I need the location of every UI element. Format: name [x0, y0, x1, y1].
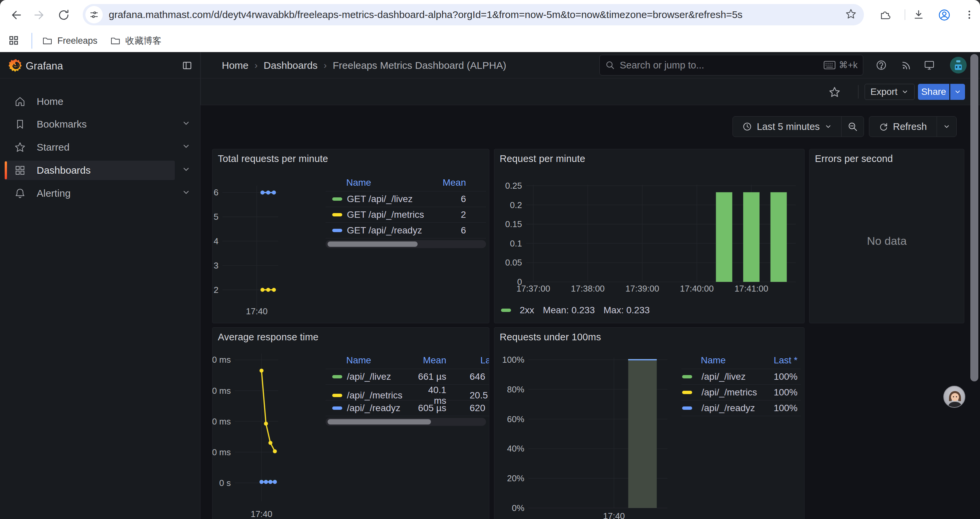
svg-text:100%: 100% [502, 355, 525, 365]
series-name[interactable]: /api/_/readyz [346, 403, 418, 414]
search-input[interactable]: Search or jump to... ⌘+k [600, 55, 863, 75]
legend-col-mean[interactable]: Mean [418, 355, 470, 366]
bookmarks-divider [31, 33, 32, 49]
site-settings-icon[interactable] [85, 6, 103, 23]
legend-horizontal-scrollbar[interactable] [326, 418, 486, 426]
share-menu-button[interactable] [950, 84, 965, 100]
series-name[interactable]: 2xx [520, 305, 535, 316]
sidebar-item-dashboards[interactable]: Dashboards [0, 161, 200, 180]
bookmark-star-icon[interactable] [845, 8, 857, 21]
svg-text:80 ms: 80 ms [212, 355, 231, 365]
url-text[interactable]: grafana.mathmast.com/d/deytv4rwavabkb/fr… [109, 9, 845, 21]
series-name[interactable]: /api/_/metrics [701, 387, 757, 398]
home-icon [14, 96, 26, 107]
forward-icon[interactable] [33, 9, 46, 21]
bookmark-folder-blogs[interactable]: 收藏博客 [110, 29, 161, 52]
svg-text:20%: 20% [507, 473, 524, 483]
line-chart[interactable]: 80 ms60 ms40 ms20 ms0 s17:40 [212, 348, 340, 519]
download-icon[interactable] [913, 9, 924, 21]
page-scrollbar[interactable] [969, 52, 980, 519]
panel-title[interactable]: Average response time [218, 332, 318, 343]
news-rss-icon[interactable] [897, 55, 916, 75]
series-name[interactable]: GET /api/_/livez [346, 194, 433, 204]
panel-title[interactable]: Total requests per minute [218, 153, 328, 164]
export-button[interactable]: Export [865, 84, 915, 100]
star-dashboard-icon[interactable] [829, 86, 841, 98]
chevron-down-icon[interactable] [182, 188, 191, 199]
svg-text:17:38:00: 17:38:00 [571, 284, 605, 294]
address-bar[interactable]: grafana.mathmast.com/d/deytv4rwavabkb/fr… [83, 4, 864, 26]
time-range-group: Last 5 minutes [732, 116, 864, 137]
panel-title[interactable]: Request per minute [500, 153, 585, 164]
back-icon[interactable] [10, 9, 22, 21]
series-name[interactable]: /api/_/livez [701, 371, 757, 382]
legend-horizontal-scrollbar[interactable] [326, 240, 486, 248]
legend-col-name[interactable]: Name [701, 355, 757, 366]
panel-average-response-time: Average response time 80 ms60 ms40 ms20 … [212, 327, 489, 519]
sidebar-item-home[interactable]: Home [0, 92, 200, 111]
legend-row: /api/_/metrics 100% [681, 385, 801, 401]
series-name[interactable]: GET /api/_/metrics [346, 209, 433, 220]
svg-text:17:40: 17:40 [250, 509, 272, 519]
sidebar-item-starred[interactable]: Starred [0, 137, 200, 157]
breadcrumb-chevron-icon: › [255, 60, 258, 71]
svg-text:40 ms: 40 ms [212, 417, 231, 426]
legend-col-mean[interactable]: Mean [433, 177, 486, 188]
grafana-brand[interactable]: Grafana [26, 60, 63, 72]
legend-table: Name Last * /api/_/livez 100% /api/_/met… [681, 352, 801, 416]
legend-col-last[interactable]: Last * [757, 355, 801, 366]
legend-row: /api/_/livez 661 µs 646 [326, 369, 489, 385]
reload-icon[interactable] [57, 9, 70, 21]
monitor-icon[interactable] [919, 55, 939, 75]
time-range-picker[interactable]: Last 5 minutes [733, 117, 841, 137]
series-name[interactable]: /api/_/readyz [701, 403, 757, 414]
legend-col-name[interactable]: Name [346, 355, 418, 366]
area-chart[interactable]: 100%80%60%40%20%0%17:40 [497, 348, 684, 519]
extensions-icon[interactable] [879, 9, 891, 21]
assistant-avatar[interactable] [943, 386, 965, 408]
user-avatar[interactable] [950, 57, 967, 73]
zoom-out-button[interactable] [842, 117, 864, 137]
series-name[interactable]: GET /api/_/readyz [346, 225, 433, 236]
grafana-logo[interactable] [9, 58, 23, 73]
legend-col-last[interactable]: Last * [470, 355, 489, 366]
series-name[interactable]: /api/_/livez [346, 371, 418, 382]
refresh-button[interactable]: Refresh [869, 117, 937, 137]
chevron-down-icon[interactable] [182, 142, 191, 153]
sidebar-item-label: Alerting [37, 188, 71, 199]
svg-text:0.05: 0.05 [505, 257, 522, 268]
sidebar-item-label: Dashboards [37, 164, 91, 176]
chevron-down-icon[interactable] [182, 118, 191, 130]
refresh-interval-button[interactable] [937, 117, 956, 137]
collapse-sidebar-icon[interactable] [181, 59, 193, 72]
apps-grid-icon[interactable] [8, 35, 19, 46]
legend-col-name[interactable]: Name [346, 177, 433, 188]
panel-title[interactable]: Requests under 100ms [500, 332, 601, 343]
panel-title[interactable]: Errors per second [815, 153, 893, 164]
scrollbar-thumb[interactable] [970, 54, 978, 382]
sidebar-item-bookmarks[interactable]: Bookmarks [0, 115, 200, 134]
chevron-down-icon[interactable] [182, 164, 191, 176]
help-icon[interactable] [871, 55, 891, 75]
share-button[interactable]: Share [918, 84, 949, 100]
breadcrumb-dashboards[interactable]: Dashboards [264, 60, 318, 71]
bookmarks-bar: Freeleaps 收藏博客 [0, 29, 980, 52]
line-chart[interactable]: 6543217:40 [212, 177, 337, 318]
bookmark-folder-label: Freeleaps [57, 36, 97, 46]
browser-menu-icon[interactable] [963, 9, 975, 21]
bar-chart[interactable]: 0.250.20.150.10.05017:37:0017:38:0017:39… [499, 174, 803, 314]
breadcrumb-current: Freeleaps Metrics Dashboard (ALPHA) [332, 60, 506, 71]
series-color-chip [332, 406, 342, 410]
legend-row: GET /api/_/livez 6 [326, 192, 486, 207]
svg-text:6: 6 [214, 187, 218, 197]
star-icon [14, 141, 26, 153]
svg-text:80%: 80% [507, 385, 524, 394]
browser-profile-icon[interactable] [938, 9, 951, 21]
breadcrumb-home[interactable]: Home [222, 60, 248, 71]
legend-table: Name Mean Last * /api/_/livez 661 µs 646… [326, 352, 489, 426]
browser-toolbar: grafana.mathmast.com/d/deytv4rwavabkb/fr… [0, 0, 980, 29]
series-name[interactable]: /api/_/metrics [346, 390, 418, 401]
bookmark-folder-freeleaps[interactable]: Freeleaps [42, 29, 97, 52]
chevron-down-icon [824, 123, 832, 130]
sidebar-item-alerting[interactable]: Alerting [0, 184, 200, 203]
